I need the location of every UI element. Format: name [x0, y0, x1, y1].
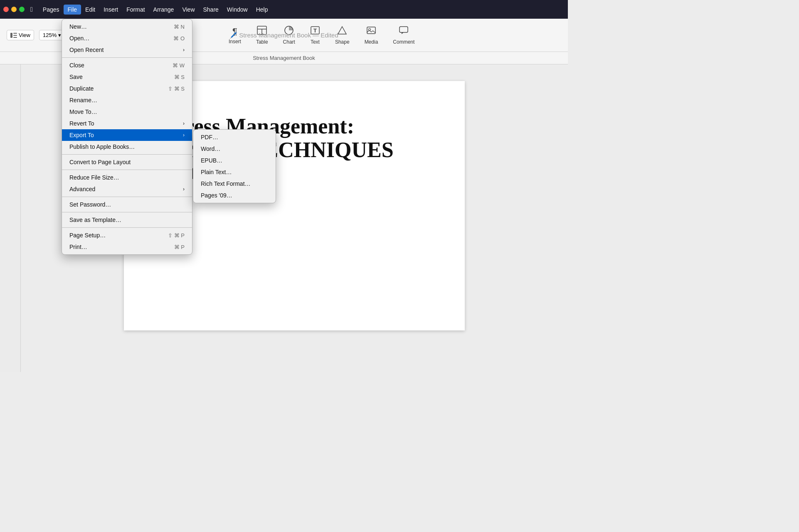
- maximize-button[interactable]: [19, 7, 25, 12]
- comment-icon: [399, 26, 409, 37]
- svg-point-11: [368, 28, 370, 30]
- chart-tool[interactable]: Chart: [276, 23, 302, 47]
- menu-format[interactable]: Format: [122, 5, 149, 15]
- comment-label: Comment: [393, 39, 414, 45]
- menu-duplicate-shortcut: ⇧ ⌘ S: [168, 86, 185, 92]
- menu-save-label: Save: [69, 74, 83, 80]
- menu-page-setup[interactable]: Page Setup… ⇧ ⌘ P: [62, 229, 192, 241]
- menu-convert-page-layout[interactable]: Convert to Page Layout: [62, 156, 192, 168]
- view-label: View: [19, 32, 30, 38]
- menu-new-shortcut: ⌘ N: [174, 24, 185, 30]
- toolbar-left: View 125% ▾: [7, 30, 65, 40]
- menu-close-shortcut: ⌘ W: [173, 62, 185, 69]
- comment-tool[interactable]: Comment: [386, 23, 421, 47]
- zoom-button[interactable]: 125% ▾: [39, 30, 65, 40]
- menu-print-label: Print…: [69, 244, 87, 250]
- menu-page-setup-shortcut: ⇧ ⌘ P: [168, 232, 185, 239]
- menu-save-as-template-label: Save as Template…: [69, 217, 121, 223]
- svg-rect-3: [13, 37, 17, 38]
- export-submenu: PDF… Word… EPUB… Plain Text… Rich Text F…: [193, 129, 276, 203]
- export-word[interactable]: Word…: [193, 143, 276, 155]
- menu-reduce-file-size[interactable]: Reduce File Size…: [62, 172, 192, 183]
- svg-rect-0: [10, 33, 12, 38]
- insert-tool[interactable]: ¶ Insert: [222, 24, 248, 47]
- media-label: Media: [365, 39, 378, 45]
- menu-publish-books[interactable]: Publish to Apple Books…: [62, 141, 192, 153]
- sidebar-icon: [10, 32, 17, 38]
- close-button[interactable]: [3, 7, 9, 12]
- menu-new-label: New…: [69, 23, 87, 30]
- minimize-button[interactable]: [11, 7, 17, 12]
- menu-open-label: Open…: [69, 35, 89, 42]
- menu-new[interactable]: New… ⌘ N: [62, 21, 192, 32]
- svg-rect-10: [367, 27, 375, 34]
- shape-tool[interactable]: Shape: [328, 23, 356, 47]
- table-icon: [257, 26, 267, 37]
- separator-5: [62, 212, 192, 212]
- menu-share[interactable]: Share: [199, 5, 223, 15]
- export-epub[interactable]: EPUB…: [193, 155, 276, 166]
- menu-page-setup-label: Page Setup…: [69, 232, 106, 239]
- menu-open-recent[interactable]: Open Recent ›: [62, 44, 192, 56]
- menu-set-password-label: Set Password…: [69, 201, 111, 208]
- menu-revert-to[interactable]: Revert To ›: [62, 118, 192, 129]
- export-rtf[interactable]: Rich Text Format…: [193, 178, 276, 190]
- menu-set-password[interactable]: Set Password…: [62, 199, 192, 210]
- menu-close[interactable]: Close ⌘ W: [62, 59, 192, 71]
- menu-insert[interactable]: Insert: [99, 5, 122, 15]
- menu-move-to-label: Move To…: [69, 108, 97, 115]
- menu-open-recent-label: Open Recent: [69, 47, 104, 53]
- menu-revert-to-label: Revert To: [69, 120, 94, 127]
- menu-print[interactable]: Print… ⌘ P: [62, 241, 192, 253]
- menu-file[interactable]: File: [64, 5, 81, 15]
- export-pages09-label: Pages '09…: [201, 192, 232, 199]
- chart-icon: [284, 26, 294, 37]
- apple-menu[interactable]: : [30, 6, 33, 13]
- menu-open-shortcut: ⌘ O: [173, 35, 185, 42]
- menu-advanced[interactable]: Advanced ›: [62, 183, 192, 195]
- table-label: Table: [256, 39, 268, 45]
- view-button[interactable]: View: [7, 30, 34, 40]
- media-tool[interactable]: Media: [358, 23, 385, 47]
- export-plain-text[interactable]: Plain Text…: [193, 166, 276, 178]
- menu-print-shortcut: ⌘ P: [174, 244, 185, 250]
- menu-pages[interactable]: Pages: [39, 5, 64, 15]
- separator-3: [62, 170, 192, 170]
- menu-duplicate-label: Duplicate: [69, 85, 94, 92]
- menu-save[interactable]: Save ⌘ S: [62, 71, 192, 83]
- menu-arrange[interactable]: Arrange: [149, 5, 178, 15]
- export-pdf-label: PDF…: [201, 134, 218, 140]
- revert-to-arrow-icon: ›: [183, 121, 185, 126]
- menu-view[interactable]: View: [178, 5, 199, 15]
- menu-rename[interactable]: Rename…: [62, 94, 192, 106]
- export-epub-label: EPUB…: [201, 157, 222, 164]
- table-tool[interactable]: Table: [249, 23, 275, 47]
- open-recent-arrow-icon: ›: [183, 47, 185, 53]
- menu-edit[interactable]: Edit: [81, 5, 99, 15]
- text-tool[interactable]: T Text: [303, 23, 327, 47]
- export-pdf[interactable]: PDF…: [193, 131, 276, 143]
- menu-export-to-label: Export To: [69, 132, 94, 138]
- advanced-arrow-icon: ›: [183, 186, 185, 192]
- shape-icon: [337, 26, 347, 37]
- zoom-label: 125%: [43, 32, 57, 38]
- menu-move-to[interactable]: Move To…: [62, 106, 192, 118]
- menu-rename-label: Rename…: [69, 97, 97, 103]
- text-label: Text: [311, 39, 320, 45]
- export-word-label: Word…: [201, 145, 220, 152]
- menu-save-as-template[interactable]: Save as Template…: [62, 214, 192, 226]
- menu-open[interactable]: Open… ⌘ O: [62, 32, 192, 44]
- window-controls: [3, 7, 25, 12]
- separator-4: [62, 197, 192, 197]
- export-pages09[interactable]: Pages '09…: [193, 190, 276, 201]
- menu-duplicate[interactable]: Duplicate ⇧ ⌘ S: [62, 83, 192, 94]
- media-icon: [366, 26, 376, 37]
- svg-rect-1: [13, 33, 17, 34]
- menu-publish-books-label: Publish to Apple Books…: [69, 143, 135, 150]
- insert-icon: ¶: [232, 26, 237, 37]
- menu-close-label: Close: [69, 62, 84, 69]
- menu-window[interactable]: Window: [223, 5, 252, 15]
- chart-label: Chart: [283, 39, 295, 45]
- menu-export-to[interactable]: Export To › PDF… Word… EPUB… Plain Text……: [62, 129, 192, 141]
- menu-help[interactable]: Help: [252, 5, 272, 15]
